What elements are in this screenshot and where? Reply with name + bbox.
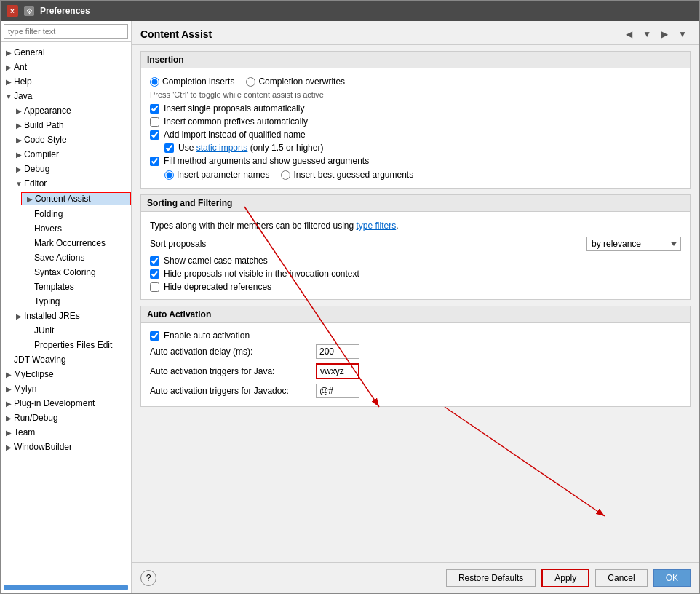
sidebar-item-properties-files-edit[interactable]: Properties Files Edit	[11, 338, 131, 352]
sidebar-item-junit[interactable]: JUnit	[11, 323, 131, 338]
delay-input[interactable]	[316, 344, 359, 359]
arrow-icon: ▶	[4, 63, 14, 71]
completion-overwrites-label[interactable]: Completion overwrites	[246, 76, 345, 87]
toolbar-dropdown-btn[interactable]: ▼	[639, 27, 655, 41]
sidebar-item-appearance[interactable]: ▶ Appearance	[11, 103, 131, 118]
cancel-button[interactable]: Cancel	[595, 569, 647, 587]
sidebar-item-templates[interactable]: Templates	[21, 280, 131, 294]
sidebar-label: Help	[14, 76, 32, 87]
insert-best-guessed-label[interactable]: Insert best guessed arguments	[281, 170, 413, 180]
sidebar-item-content-assist[interactable]: ▶ Content Assist	[21, 191, 131, 207]
use-static-imports-label: Use static imports (only 1.5 or higher)	[178, 143, 323, 153]
hide-not-visible-checkbox[interactable]	[150, 269, 159, 279]
type-filters-link[interactable]: type filters	[356, 221, 396, 231]
sort-proposals-select[interactable]: by relevance alphabetically by package	[586, 237, 681, 251]
sidebar-item-debug[interactable]: ▶ Debug	[11, 162, 131, 176]
arrow-icon: ▶	[14, 165, 24, 173]
add-import-checkbox[interactable]	[150, 130, 159, 140]
sidebar-item-run-debug[interactable]: ▶ Run/Debug	[1, 411, 131, 425]
toolbar-forward-btn[interactable]: ▶	[658, 27, 672, 41]
sidebar-item-build-path[interactable]: ▶ Build Path	[11, 118, 131, 132]
hide-deprecated-label: Hide deprecated references	[164, 282, 271, 292]
sidebar-item-folding[interactable]: Folding	[21, 207, 131, 221]
sidebar-item-plugin-development[interactable]: ▶ Plug-in Development	[1, 396, 131, 411]
sidebar-item-code-style[interactable]: ▶ Code Style	[11, 132, 131, 147]
completion-inserts-radio[interactable]	[150, 77, 159, 87]
restore-defaults-button[interactable]: Restore Defaults	[446, 569, 536, 587]
enable-auto-checkbox[interactable]	[150, 331, 159, 341]
sidebar-item-compiler[interactable]: ▶ Compiler	[11, 147, 131, 162]
filter-desc-text2: .	[396, 221, 398, 231]
sidebar-item-typing[interactable]: Typing	[21, 294, 131, 309]
insert-param-names-radio[interactable]	[164, 170, 174, 180]
toolbar-forward-dropdown-btn[interactable]: ▼	[675, 27, 691, 41]
sorting-header: Sorting and Filtering	[141, 195, 690, 212]
auto-activation-body: Enable auto activation Auto activation d…	[141, 323, 690, 406]
insert-common-row: Insert common prefixes automatically	[150, 115, 681, 128]
arrow-icon: ▶	[4, 414, 14, 422]
arrow-icon: ▶	[14, 122, 24, 130]
sidebar-item-hovers[interactable]: Hovers	[21, 221, 131, 236]
static-imports-link[interactable]: static imports	[196, 143, 248, 153]
main-panel-wrapper: Content Assist ◀ ▼ ▶ ▼ Insertion	[132, 21, 699, 593]
help-button[interactable]: ?	[140, 570, 156, 586]
sidebar-label: Team	[14, 427, 35, 437]
sidebar-item-java[interactable]: ▼ Java	[1, 89, 131, 103]
java-triggers-input[interactable]	[316, 363, 359, 379]
show-camel-checkbox[interactable]	[150, 256, 159, 266]
sidebar-item-ant[interactable]: ▶ Ant	[1, 60, 131, 74]
use-static-imports-checkbox[interactable]	[164, 143, 174, 153]
bottom-left: ?	[140, 570, 156, 586]
sidebar-label: Java	[14, 91, 32, 101]
hide-deprecated-checkbox[interactable]	[150, 282, 159, 292]
panel-header: Content Assist ◀ ▼ ▶ ▼	[132, 21, 699, 45]
sidebar-item-myeclipse[interactable]: ▶ MyEclipse	[1, 367, 131, 381]
sidebar-label: JDT Weaving	[14, 355, 66, 365]
main-content: ▶ General ▶ Ant ▶ Help	[1, 21, 699, 593]
insert-single-row: Insert single proposals automatically	[150, 102, 681, 115]
sidebar-label: JUnit	[24, 325, 54, 336]
filter-input[interactable]	[4, 24, 128, 39]
insert-single-checkbox[interactable]	[150, 104, 159, 114]
close-button[interactable]: ×	[7, 5, 18, 17]
sidebar-item-mylyn[interactable]: ▶ Mylyn	[1, 381, 131, 396]
filter-desc-text1: Types along with their members can be fi…	[150, 221, 356, 231]
completion-mode-row: Completion inserts Completion overwrites	[150, 74, 681, 89]
insert-param-names-label[interactable]: Insert parameter names	[164, 170, 269, 180]
sidebar-item-general[interactable]: ▶ General	[1, 45, 131, 60]
sidebar-label: Ant	[14, 62, 27, 72]
enable-auto-row: Enable auto activation	[150, 329, 681, 342]
arrow-icon: ▶	[4, 371, 14, 379]
sidebar: ▶ General ▶ Ant ▶ Help	[1, 21, 132, 593]
fill-method-checkbox[interactable]	[150, 157, 159, 166]
sidebar-item-mark-occurrences[interactable]: Mark Occurrences	[21, 236, 131, 250]
sidebar-label: Templates	[34, 282, 74, 292]
insert-best-guessed-radio[interactable]	[281, 170, 290, 180]
sidebar-item-windowbuilder[interactable]: ▶ WindowBuilder	[1, 440, 131, 454]
sidebar-item-editor[interactable]: ▼ Editor	[11, 176, 131, 191]
sidebar-item-installed-jres[interactable]: ▶ Installed JREs	[11, 309, 131, 323]
panel-body: Insertion Completion inserts Completion …	[132, 45, 699, 562]
insert-common-checkbox[interactable]	[150, 117, 159, 127]
sidebar-item-jdt-weaving[interactable]: JDT Weaving	[1, 352, 131, 367]
sidebar-item-help[interactable]: ▶ Help	[1, 74, 131, 89]
insert-best-guessed-text: Insert best guessed arguments	[293, 170, 413, 180]
add-import-label: Add import instead of qualified name	[164, 130, 306, 140]
ok-button[interactable]: OK	[653, 569, 691, 587]
show-camel-row: Show camel case matches	[150, 254, 681, 267]
apply-button[interactable]: Apply	[541, 569, 589, 587]
sidebar-label: WindowBuilder	[14, 442, 72, 452]
completion-overwrites-radio[interactable]	[246, 77, 255, 87]
java-triggers-label: Auto activation triggers for Java:	[150, 366, 310, 376]
sidebar-item-team[interactable]: ▶ Team	[1, 425, 131, 440]
arrow-icon: ▶	[25, 195, 35, 203]
javadoc-triggers-input[interactable]	[316, 384, 359, 398]
sidebar-item-syntax-coloring[interactable]: Syntax Coloring	[21, 265, 131, 280]
sidebar-label: General	[14, 47, 45, 58]
completion-inserts-label[interactable]: Completion inserts	[150, 76, 234, 87]
sidebar-item-save-actions[interactable]: Save Actions	[21, 250, 131, 265]
arrow-icon: ▶	[4, 49, 14, 57]
sidebar-scroll-indicator	[4, 585, 128, 590]
toolbar-back-btn[interactable]: ◀	[622, 27, 636, 41]
sidebar-label: Code Style	[24, 135, 67, 145]
